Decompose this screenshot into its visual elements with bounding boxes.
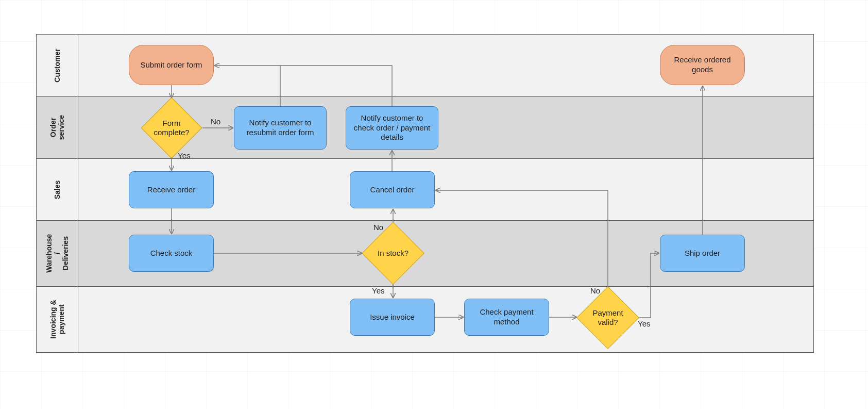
node-notify-resubmit[interactable]: Notify customer to resubmit order form	[234, 106, 327, 150]
node-receive-order[interactable]: Receive order	[129, 171, 214, 208]
node-check-payment[interactable]: Check payment method	[464, 299, 549, 336]
lane-body-invoicing	[78, 287, 813, 352]
label-payment-valid-yes: Yes	[637, 319, 651, 328]
node-payment-valid[interactable]: Payment valid?	[586, 296, 630, 340]
lane-header-order-service: Order service	[37, 97, 78, 158]
label-in-stock-no: No	[372, 223, 384, 232]
lane-header-warehouse: Warehouse / Deliveries	[37, 221, 78, 286]
node-notify-check[interactable]: Notify customer to check order / payment…	[346, 106, 438, 150]
label-form-complete-yes: Yes	[177, 151, 191, 160]
node-form-complete[interactable]: Form complete?	[150, 106, 193, 150]
label-form-complete-no: No	[210, 117, 222, 126]
node-submit-order-form[interactable]: Submit order form	[129, 45, 214, 85]
lane-header-sales: Sales	[37, 159, 78, 220]
lane-header-customer: Customer	[37, 35, 78, 96]
swimlane-pool: Customer Order service Sales Warehouse /…	[36, 34, 814, 353]
node-issue-invoice[interactable]: Issue invoice	[350, 299, 435, 336]
node-check-stock[interactable]: Check stock	[129, 235, 214, 272]
node-in-stock[interactable]: In stock?	[371, 231, 415, 275]
diagram-canvas: Customer Order service Sales Warehouse /…	[0, 0, 868, 409]
lane-header-invoicing: Invoicing & payment	[37, 287, 78, 352]
node-cancel-order[interactable]: Cancel order	[350, 171, 435, 208]
label-in-stock-yes: Yes	[371, 286, 385, 295]
node-ship-order[interactable]: Ship order	[660, 235, 745, 272]
node-receive-goods[interactable]: Receive ordered goods	[660, 45, 745, 85]
label-payment-valid-no: No	[589, 286, 601, 295]
